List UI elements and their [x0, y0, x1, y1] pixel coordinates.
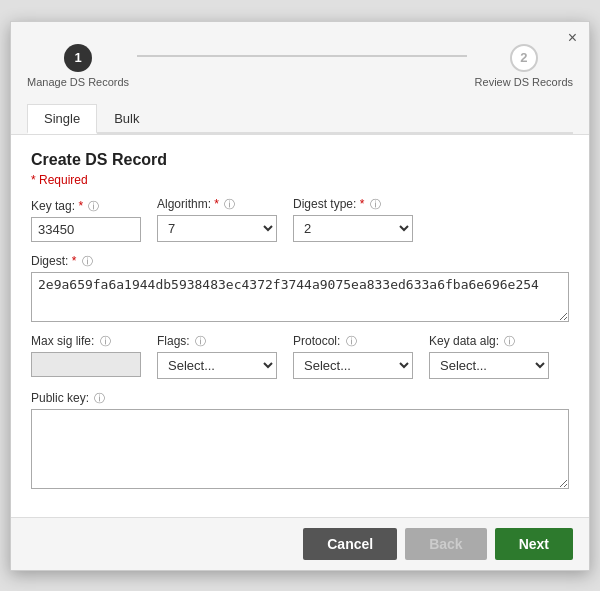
dialog-footer: Cancel Back Next — [11, 517, 589, 570]
required-note: * Required — [31, 173, 569, 187]
label-digesttype: Digest type: * ⓘ — [293, 197, 413, 212]
section-title: Create DS Record — [31, 151, 569, 169]
group-digesttype: Digest type: * ⓘ 2 — [293, 197, 413, 242]
step-2-label: Review DS Records — [475, 76, 573, 88]
step-2-circle: 2 — [510, 44, 538, 72]
row-publickey: Public key: ⓘ — [31, 391, 569, 489]
textarea-publickey[interactable] — [31, 409, 569, 489]
input-keytag[interactable] — [31, 217, 141, 242]
select-keydataalg[interactable]: Select... — [429, 352, 549, 379]
cancel-button[interactable]: Cancel — [303, 528, 397, 560]
textarea-digest[interactable]: 2e9a659fa6a1944db5938483ec4372f3744a9075… — [31, 272, 569, 322]
select-protocol[interactable]: Select... — [293, 352, 413, 379]
label-keytag: Key tag: * ⓘ — [31, 199, 141, 214]
group-algorithm: Algorithm: * ⓘ 7 — [157, 197, 277, 242]
label-protocol: Protocol: ⓘ — [293, 334, 413, 349]
back-button: Back — [405, 528, 486, 560]
row-digest: Digest: * ⓘ 2e9a659fa6a1944db5938483ec43… — [31, 254, 569, 322]
step-1-label: Manage DS Records — [27, 76, 129, 88]
label-digest: Digest: * ⓘ — [31, 254, 569, 269]
input-maxsiglife — [31, 352, 141, 377]
select-flags[interactable]: Select... — [157, 352, 277, 379]
group-keydataalg: Key data alg: ⓘ Select... — [429, 334, 549, 379]
group-publickey: Public key: ⓘ — [31, 391, 569, 489]
row-keytag-algorithm-digesttype: Key tag: * ⓘ Algorithm: * ⓘ 7 Digest typ… — [31, 197, 569, 242]
label-keydataalg: Key data alg: ⓘ — [429, 334, 549, 349]
select-digesttype[interactable]: 2 — [293, 215, 413, 242]
stepper: 1 Manage DS Records 2 Review DS Records — [27, 32, 573, 104]
group-protocol: Protocol: ⓘ Select... — [293, 334, 413, 379]
tabs: Single Bulk — [27, 104, 573, 134]
label-flags: Flags: ⓘ — [157, 334, 277, 349]
step-2: 2 Review DS Records — [475, 44, 573, 88]
select-algorithm[interactable]: 7 — [157, 215, 277, 242]
label-algorithm: Algorithm: * ⓘ — [157, 197, 277, 212]
group-digest: Digest: * ⓘ 2e9a659fa6a1944db5938483ec43… — [31, 254, 569, 322]
close-button[interactable]: × — [568, 30, 577, 46]
label-publickey: Public key: ⓘ — [31, 391, 569, 406]
dialog-body: Create DS Record * Required Key tag: * ⓘ… — [11, 135, 589, 517]
label-maxsiglife: Max sig life: ⓘ — [31, 334, 141, 349]
group-keytag: Key tag: * ⓘ — [31, 199, 141, 242]
row-maxsig-flags-protocol-keydataalg: Max sig life: ⓘ Flags: ⓘ Select... Proto… — [31, 334, 569, 379]
tab-single[interactable]: Single — [27, 104, 97, 134]
next-button[interactable]: Next — [495, 528, 573, 560]
step-1-circle: 1 — [64, 44, 92, 72]
group-flags: Flags: ⓘ Select... — [157, 334, 277, 379]
group-maxsiglife: Max sig life: ⓘ — [31, 334, 141, 377]
step-line — [137, 55, 466, 57]
dialog: × 1 Manage DS Records 2 Review DS Record… — [10, 21, 590, 571]
dialog-header: × 1 Manage DS Records 2 Review DS Record… — [11, 22, 589, 135]
step-1: 1 Manage DS Records — [27, 44, 129, 88]
tab-bulk[interactable]: Bulk — [97, 104, 156, 132]
